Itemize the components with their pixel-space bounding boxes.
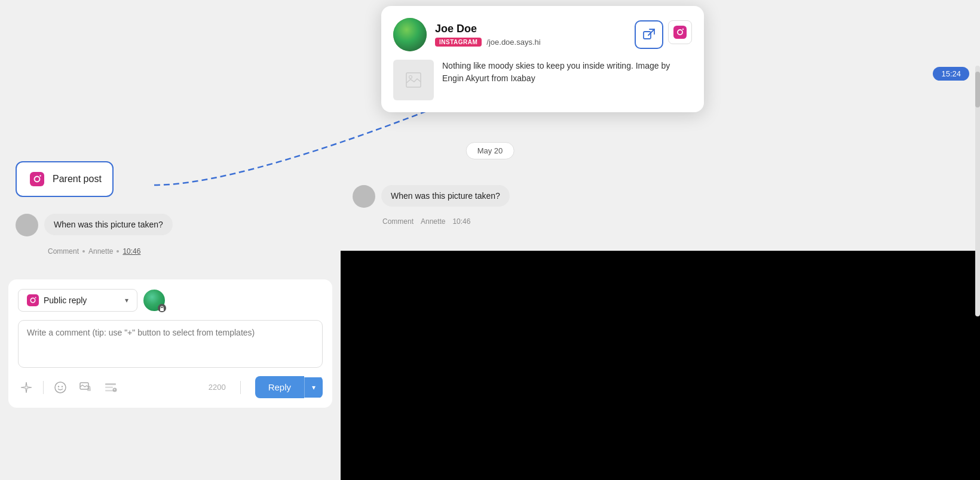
reply-btn-group: Reply ▾ xyxy=(255,376,323,398)
sparkle-icon[interactable] xyxy=(18,379,35,396)
date-divider: May 20 xyxy=(466,142,514,159)
comment-bubble-right: When was this picture taken? xyxy=(381,185,510,207)
reply-dropdown-button[interactable]: ▾ xyxy=(304,377,323,398)
commenter-avatar-right xyxy=(353,185,375,208)
comment-type-right: Comment xyxy=(382,217,414,226)
instagram-icon xyxy=(673,26,687,39)
popup-header: Joe Doe INSTAGRAM /joe.doe.says.hi xyxy=(393,18,692,51)
reply-type-select[interactable]: Public reply ▾ xyxy=(18,289,137,312)
reply-type-label: Public reply xyxy=(44,296,87,305)
popup-action-buttons xyxy=(635,20,692,49)
comment-author-left: Annette xyxy=(88,247,113,256)
svg-rect-11 xyxy=(87,388,91,391)
chevron-down-icon: ▾ xyxy=(125,296,128,304)
comment-text-right: When was this picture taken? xyxy=(391,191,500,201)
dot-separator-1 xyxy=(82,250,85,253)
instagram-button[interactable] xyxy=(668,20,692,44)
right-timestamp: 15:24 xyxy=(933,67,969,81)
date-divider-text: May 20 xyxy=(477,146,503,155)
toolbar-divider-1 xyxy=(43,381,44,394)
lock-badge xyxy=(158,304,166,312)
instagram-platform-badge: INSTAGRAM xyxy=(435,38,482,47)
template-icon[interactable]: + xyxy=(102,379,119,396)
popup-username: Joe Doe xyxy=(435,23,626,35)
svg-point-2 xyxy=(39,175,41,176)
popup-handle: /joe.doe.says.hi xyxy=(486,38,540,47)
svg-rect-3 xyxy=(27,294,39,306)
parent-post-card[interactable]: Parent post xyxy=(16,161,114,197)
black-bottom-right xyxy=(341,251,980,480)
svg-text:+: + xyxy=(114,387,115,391)
char-count: 2200 xyxy=(209,383,226,392)
comment-row-left: When was this picture taken? xyxy=(16,214,173,236)
popup-user-info: Joe Doe INSTAGRAM /joe.doe.says.hi xyxy=(435,23,626,47)
dot-separator-2 xyxy=(117,250,119,253)
svg-point-8 xyxy=(58,386,59,387)
comment-type-left: Comment xyxy=(48,247,79,256)
reply-compose-area: Public reply ▾ xyxy=(8,279,332,408)
popup-avatar xyxy=(393,18,427,51)
reply-button[interactable]: Reply xyxy=(255,376,304,398)
svg-point-5 xyxy=(35,297,36,298)
commenter-avatar-left xyxy=(16,214,38,236)
svg-point-22 xyxy=(409,76,412,79)
svg-rect-0 xyxy=(30,172,44,186)
popup-platform-row: INSTAGRAM /joe.doe.says.hi xyxy=(435,38,626,47)
comment-author-right: Annette xyxy=(421,217,445,226)
comment-time-left[interactable]: 10:46 xyxy=(122,247,140,256)
instagram-icon xyxy=(27,170,47,189)
popup-post-content: Nothing like moody skies to keep you ins… xyxy=(393,60,692,100)
popup-card: Joe Doe INSTAGRAM /joe.doe.says.hi xyxy=(381,6,704,112)
popup-post-text: Nothing like moody skies to keep you ins… xyxy=(442,60,692,85)
comment-input[interactable] xyxy=(18,320,323,368)
popup-post-thumbnail xyxy=(393,60,434,100)
svg-rect-17 xyxy=(644,32,651,39)
svg-rect-6 xyxy=(160,308,164,311)
comment-meta-left: Comment Annette 10:46 xyxy=(48,247,140,256)
scrollbar-thumb xyxy=(975,72,980,107)
open-external-button[interactable] xyxy=(635,20,663,49)
svg-rect-12 xyxy=(105,383,116,385)
left-panel xyxy=(0,0,341,480)
compose-toolbar: + 2200 Reply ▾ xyxy=(18,376,323,398)
right-scrollbar[interactable] xyxy=(975,66,980,316)
svg-rect-13 xyxy=(105,386,113,388)
comment-bubble-left: When was this picture taken? xyxy=(44,214,173,235)
image-lock-icon[interactable] xyxy=(77,379,94,396)
svg-point-9 xyxy=(62,386,63,387)
svg-point-20 xyxy=(682,29,684,30)
comment-meta-right: Comment Annette 10:46 xyxy=(382,217,470,226)
reply-type-row: Public reply ▾ xyxy=(18,289,323,312)
reply-type-ig-icon xyxy=(27,294,39,306)
comment-row-right: When was this picture taken? xyxy=(353,185,510,208)
svg-rect-18 xyxy=(673,26,687,39)
comment-text-left: When was this picture taken? xyxy=(54,220,163,229)
parent-post-label: Parent post xyxy=(53,174,102,184)
emoji-icon[interactable] xyxy=(52,379,69,396)
count-divider xyxy=(240,381,241,394)
user-avatar xyxy=(143,290,165,311)
svg-point-7 xyxy=(55,382,66,393)
comment-time-right[interactable]: 10:46 xyxy=(452,217,470,226)
external-link-icon xyxy=(642,28,656,41)
